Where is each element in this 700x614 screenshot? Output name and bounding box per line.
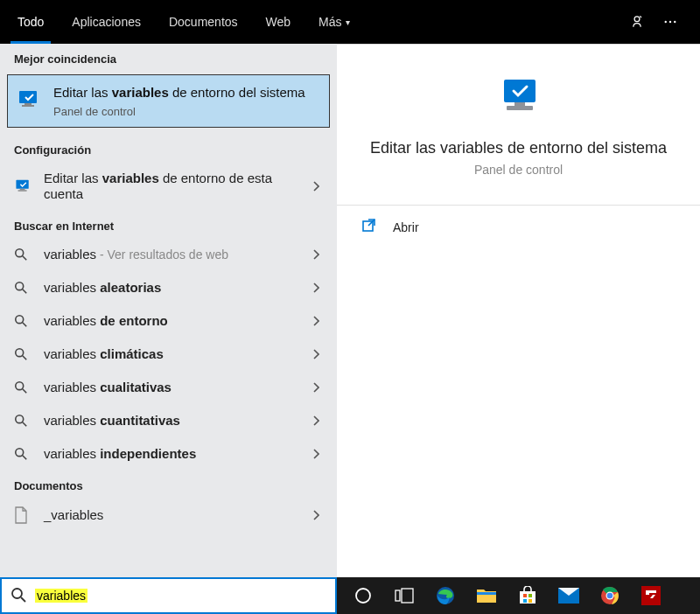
svg-rect-17 [504, 80, 536, 102]
svg-rect-28 [523, 594, 527, 597]
search-icon [14, 281, 35, 295]
chevron-right-icon [309, 415, 323, 426]
document-item[interactable]: _variables [0, 498, 337, 533]
chevron-right-icon [309, 316, 323, 326]
control-panel-icon [14, 178, 35, 195]
search-input-value[interactable]: variables [35, 589, 88, 603]
tab-label: Todo [18, 15, 44, 29]
taskbar-edge-icon[interactable] [426, 577, 465, 614]
tab-web[interactable]: Web [252, 0, 305, 44]
taskbar-mail-icon[interactable] [550, 577, 588, 614]
best-match-item[interactable]: Editar las variables de entorno del sist… [7, 74, 330, 128]
chevron-right-icon [309, 249, 323, 260]
svg-point-16 [16, 448, 24, 456]
result-subtitle: Panel de control [53, 105, 320, 118]
settings-item-env-account[interactable]: Editar las variables de entorno de esta … [0, 162, 337, 211]
search-icon [14, 347, 35, 361]
web-result-bold: cualitativas [100, 380, 172, 394]
tab-all[interactable]: Todo [4, 0, 58, 44]
feedback-icon[interactable] [628, 13, 646, 31]
web-result-item[interactable]: variables independientes [0, 437, 337, 471]
svg-rect-7 [16, 179, 28, 188]
result-title-bold: variables [102, 171, 159, 185]
web-result-item[interactable]: variables de entorno [0, 304, 337, 338]
section-settings: Configuración [0, 135, 337, 162]
web-result-item[interactable]: variables - Ver resultados de web [0, 238, 337, 271]
taskbar-explorer-icon[interactable] [467, 577, 506, 614]
svg-point-2 [669, 21, 671, 23]
web-result-bold: aleatorias [100, 280, 161, 295]
web-result-pre: variables [44, 413, 100, 428]
taskbar [337, 577, 700, 614]
action-label: Abrir [393, 220, 419, 234]
svg-point-14 [16, 381, 24, 389]
section-search-web: Buscar en Internet [0, 211, 337, 238]
taskbar-store-icon[interactable] [508, 577, 547, 614]
result-title-pre: Editar las [44, 171, 102, 185]
svg-rect-8 [20, 188, 25, 189]
web-result-pre: variables [44, 346, 100, 361]
results-panel: Mejor coincidencia Editar las variables … [0, 44, 337, 577]
svg-point-15 [16, 415, 24, 422]
search-icon [14, 248, 35, 262]
file-icon [14, 506, 35, 524]
chevron-right-icon [309, 510, 323, 520]
control-panel-icon [17, 87, 43, 115]
svg-rect-27 [520, 591, 536, 604]
web-result-item[interactable]: variables cuantitativas [0, 404, 337, 437]
control-panel-large-icon [491, 71, 547, 127]
svg-rect-9 [18, 190, 27, 191]
web-result-bold: climáticas [100, 346, 164, 361]
search-icon [14, 447, 35, 461]
web-result-bold: independientes [100, 446, 196, 461]
chevron-right-icon [309, 181, 323, 192]
search-box[interactable]: variables [0, 577, 337, 614]
svg-rect-29 [528, 594, 532, 597]
tab-label: Aplicaciones [72, 15, 141, 29]
svg-rect-36 [641, 586, 661, 605]
section-documents: Documentos [0, 471, 337, 498]
svg-rect-6 [22, 105, 34, 107]
web-result-pre: variables [44, 380, 100, 394]
search-icon [14, 380, 35, 394]
web-result-item[interactable]: variables cualitativas [0, 371, 337, 404]
tab-more[interactable]: Más ▾ [304, 0, 363, 44]
result-title-pre: Editar las [53, 85, 112, 100]
result-title-post: de entorno del sistema [169, 85, 305, 100]
svg-rect-26 [477, 592, 496, 595]
preview-panel: Editar las variables de entorno del sist… [337, 44, 700, 577]
action-open[interactable]: Abrir [337, 206, 700, 248]
svg-rect-18 [514, 102, 525, 106]
web-result-item[interactable]: variables aleatorias [0, 271, 337, 304]
svg-point-1 [665, 21, 667, 23]
web-result-pre: variables [44, 280, 100, 295]
svg-point-12 [16, 315, 24, 323]
svg-rect-23 [396, 590, 400, 601]
tab-docs[interactable]: Documentos [155, 0, 252, 44]
taskbar-cortana-icon[interactable] [344, 577, 382, 614]
svg-rect-30 [523, 599, 527, 603]
web-result-item[interactable]: variables climáticas [0, 338, 337, 371]
chevron-down-icon: ▾ [346, 17, 350, 27]
tab-label: Más [318, 15, 341, 29]
tab-label: Documentos [169, 15, 238, 29]
open-icon [361, 218, 381, 236]
document-label: _variables [44, 507, 309, 523]
svg-rect-24 [402, 589, 413, 603]
chevron-right-icon [309, 349, 323, 359]
result-title-bold: variables [112, 85, 169, 100]
web-result-pre: variables [44, 247, 96, 262]
section-best-match: Mejor coincidencia [0, 44, 337, 71]
taskbar-taskview-icon[interactable] [385, 577, 424, 614]
web-result-sub: - Ver resultados de web [96, 248, 228, 262]
search-tabs: Todo Aplicaciones Documentos Web Más ▾ [4, 0, 364, 44]
search-icon [14, 314, 35, 328]
svg-rect-4 [19, 91, 37, 103]
more-options-icon[interactable] [662, 13, 679, 31]
taskbar-filezilla-icon[interactable] [632, 577, 670, 614]
chevron-right-icon [309, 283, 323, 293]
svg-point-22 [356, 589, 370, 603]
taskbar-chrome-icon[interactable] [591, 577, 629, 614]
tab-apps[interactable]: Aplicaciones [58, 0, 155, 44]
svg-rect-19 [507, 106, 533, 110]
